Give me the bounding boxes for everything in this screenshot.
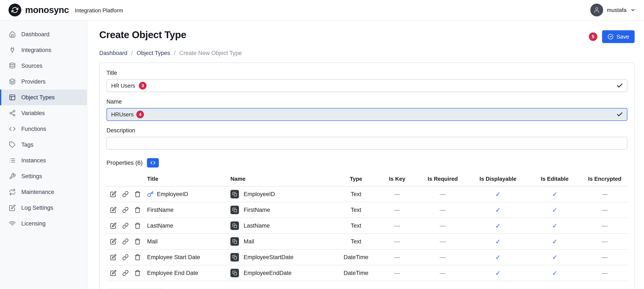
- column-is-required: Is Required: [417, 172, 468, 186]
- is-required-value: —: [417, 265, 468, 281]
- home-icon: [9, 31, 16, 38]
- property-row: LastName LastName Text — — ✓ ✓ —: [106, 218, 628, 234]
- is-required-value: —: [417, 218, 468, 234]
- property-name: LastName: [244, 222, 270, 229]
- property-type: Text: [334, 202, 377, 218]
- sidebar-item-integrations[interactable]: Integrations: [0, 42, 87, 58]
- sidebar-item-providers[interactable]: Providers: [0, 74, 87, 90]
- unsaved-count-badge: 5: [589, 32, 597, 41]
- sidebar-item-variables[interactable]: Variables: [0, 105, 87, 121]
- table-icon: [9, 94, 16, 101]
- sidebar-item-label: Settings: [21, 173, 42, 180]
- sidebar-item-instances[interactable]: Instances: [0, 153, 87, 168]
- sidebar-item-label: Sources: [21, 63, 42, 69]
- link-icon: [122, 270, 129, 276]
- copy-name-button[interactable]: [230, 237, 239, 246]
- save-button-label: Save: [616, 34, 629, 40]
- plug-icon: [9, 47, 16, 54]
- column-is-key: Is Key: [377, 172, 417, 186]
- user-menu[interactable]: mustafa: [590, 4, 636, 17]
- edit-property-button[interactable]: [109, 221, 118, 230]
- properties-section-label: Properties (6): [106, 159, 143, 166]
- is-key-value: —: [377, 249, 417, 265]
- copy-icon: [232, 255, 237, 259]
- column-name: Name: [228, 172, 334, 186]
- column-actions: [106, 172, 144, 186]
- copy-name-button[interactable]: [230, 190, 239, 198]
- link-property-button[interactable]: [121, 237, 130, 246]
- sidebar-item-licensing[interactable]: Licensing: [0, 216, 87, 231]
- sidebar-item-log-settings[interactable]: Log Settings: [0, 200, 87, 216]
- edit-property-button[interactable]: [109, 252, 118, 262]
- sidebar-item-sources[interactable]: Sources: [0, 58, 87, 74]
- link-icon: [122, 222, 129, 229]
- copy-icon: [232, 239, 237, 244]
- list-icon: [9, 157, 16, 164]
- is-encrypted-value: —: [582, 186, 628, 202]
- edit-property-button[interactable]: [109, 205, 118, 215]
- edit-icon: [110, 207, 116, 213]
- sidebar-item-dashboard[interactable]: Dashboard: [0, 27, 87, 42]
- sidebar-item-object-types[interactable]: Object Types: [0, 90, 87, 105]
- table-header-row: Title Name Type Is Key Is Required Is Di…: [106, 172, 628, 186]
- property-type: Text: [334, 234, 377, 249]
- is-editable-value: ✓: [527, 202, 582, 218]
- link-property-button[interactable]: [121, 268, 130, 278]
- delete-property-button[interactable]: [133, 205, 142, 215]
- is-editable-value: ✓: [527, 265, 582, 281]
- save-button[interactable]: Save: [602, 30, 635, 43]
- delete-property-button[interactable]: [133, 237, 142, 246]
- copy-name-button[interactable]: [230, 253, 239, 261]
- link-property-button[interactable]: [121, 252, 130, 262]
- breadcrumb-separator: /: [174, 50, 176, 57]
- copy-icon: [232, 208, 237, 212]
- link-icon: [122, 254, 129, 260]
- property-name: Mail: [244, 238, 254, 245]
- edit-property-button[interactable]: [109, 189, 118, 199]
- key-icon: [147, 191, 154, 197]
- sidebar-item-tags[interactable]: Tags: [0, 137, 87, 153]
- column-title: Title: [144, 172, 228, 186]
- breadcrumb-object-types[interactable]: Object Types: [137, 50, 170, 57]
- app-header: monosync Integration Platform mustafa: [0, 0, 644, 21]
- description-field-label: Description: [106, 127, 628, 134]
- delete-property-button[interactable]: [133, 189, 142, 199]
- breadcrumb-dashboard[interactable]: Dashboard: [99, 50, 127, 57]
- trash-icon: [134, 270, 141, 276]
- name-input[interactable]: [106, 108, 628, 121]
- link-property-button[interactable]: [121, 189, 130, 199]
- property-title: Employee End Date: [147, 270, 198, 276]
- is-editable-value: ✓: [527, 249, 582, 265]
- is-editable-value: ✓: [527, 218, 582, 234]
- title-input[interactable]: [106, 79, 628, 92]
- is-key-value: —: [377, 234, 417, 249]
- copy-name-button[interactable]: [230, 269, 239, 277]
- copy-name-button[interactable]: [230, 221, 239, 230]
- delete-property-button[interactable]: [133, 268, 142, 278]
- edit-property-button[interactable]: [109, 237, 118, 246]
- valid-check-icon: [616, 82, 623, 89]
- link-property-button[interactable]: [121, 221, 130, 230]
- check-circle-icon: [608, 34, 614, 40]
- sidebar-item-maintenance[interactable]: Maintenance: [0, 184, 87, 200]
- sidebar-item-label: Dashboard: [21, 31, 50, 38]
- title-field-label: Title: [106, 70, 628, 76]
- sidebar-item-functions[interactable]: Functions: [0, 121, 87, 137]
- sidebar-item-label: Maintenance: [21, 189, 54, 195]
- create-object-type-card: Title 3 Name 4 Description: [99, 63, 635, 289]
- description-input[interactable]: [106, 137, 628, 150]
- copy-icon: [232, 271, 237, 275]
- edit-property-button[interactable]: [109, 268, 118, 278]
- brand-name: monosync: [25, 5, 69, 15]
- is-editable-value: ✓: [527, 234, 582, 249]
- sidebar: Dashboard Integrations Sources Providers…: [0, 21, 87, 289]
- property-type: DateTime: [334, 265, 377, 281]
- link-icon: [122, 207, 129, 213]
- breadcrumb-separator: /: [131, 50, 133, 57]
- delete-property-button[interactable]: [133, 221, 142, 230]
- sidebar-item-settings[interactable]: Settings: [0, 168, 87, 184]
- delete-property-button[interactable]: [133, 252, 142, 262]
- copy-name-button[interactable]: [230, 206, 239, 214]
- view-json-button[interactable]: [147, 158, 159, 167]
- link-property-button[interactable]: [121, 205, 130, 215]
